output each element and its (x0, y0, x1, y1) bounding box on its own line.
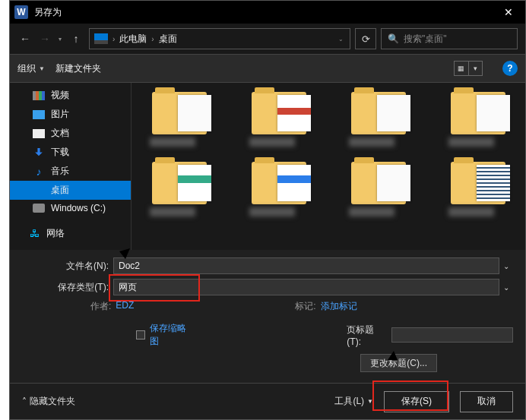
save-as-dialog: W 另存为 ✕ ← → ▾ ↑ › 此电脑 › 桌面 ⌄ ⟳ 🔍 搜索"桌面" … (9, 0, 526, 420)
annotation-arrow (10, 1, 526, 420)
svg-line-2 (318, 314, 398, 360)
svg-marker-1 (119, 248, 130, 259)
svg-marker-3 (388, 351, 398, 360)
svg-line-0 (86, 175, 125, 259)
